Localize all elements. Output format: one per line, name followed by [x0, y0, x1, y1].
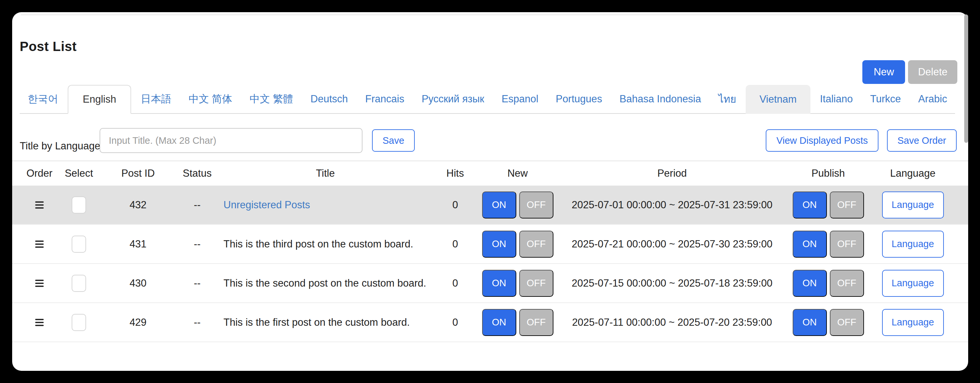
language-tab[interactable]: Italiano: [812, 85, 861, 113]
select-cell: [59, 314, 99, 331]
new-off-button[interactable]: OFF: [519, 231, 554, 258]
new-switch: ONOFF: [477, 231, 559, 258]
language-tabs: 한국어English日本語中文 简体中文 繁體DeutschFrancaisРу…: [20, 85, 955, 114]
publish-off-button[interactable]: OFF: [830, 270, 864, 297]
save-title-button[interactable]: Save: [372, 129, 415, 152]
post-title-link[interactable]: Unregistered Posts: [223, 199, 310, 211]
post-id: 431: [99, 238, 177, 250]
language-tab[interactable]: Portugues: [548, 85, 610, 113]
publish-switch: ONOFF: [786, 231, 871, 258]
title-by-language-label: Title by Language:: [20, 134, 103, 158]
language-button[interactable]: Language: [882, 192, 944, 219]
publish-off-button[interactable]: OFF: [830, 231, 864, 258]
post-id: 429: [99, 316, 177, 329]
drag-handle-icon[interactable]: [35, 319, 44, 326]
new-off-button[interactable]: OFF: [519, 192, 554, 219]
column-header: Period: [559, 168, 786, 179]
language-tab[interactable]: Arabic: [910, 85, 955, 113]
title-input[interactable]: [100, 128, 363, 153]
language-cell: Language: [871, 231, 955, 258]
column-header: Language: [871, 168, 955, 179]
post-id: 432: [99, 199, 177, 211]
publish-on-button[interactable]: ON: [793, 309, 827, 336]
hits-count: 0: [434, 278, 477, 289]
language-cell: Language: [871, 270, 955, 297]
publish-on-button[interactable]: ON: [793, 192, 827, 219]
language-tab[interactable]: 한국어: [20, 85, 66, 113]
column-header: Post ID: [99, 168, 177, 179]
column-header: Hits: [434, 168, 477, 179]
language-tab[interactable]: 中文 繁體: [242, 85, 301, 113]
language-tab[interactable]: Turkce: [862, 85, 909, 113]
title-cell: Unregistered Posts: [217, 199, 434, 211]
period-text: 2025-07-21 00:00:00 ~ 2025-07-30 23:59:0…: [559, 238, 786, 250]
language-button[interactable]: Language: [882, 309, 944, 336]
new-on-button[interactable]: ON: [482, 231, 516, 258]
row-checkbox[interactable]: [72, 314, 86, 331]
new-switch: ONOFF: [477, 192, 559, 219]
new-on-button[interactable]: ON: [482, 192, 516, 219]
language-button[interactable]: Language: [882, 270, 944, 297]
language-tab[interactable]: ไทย: [711, 85, 744, 113]
table-header-row: OrderSelectPost IDStatusTitleHitsNewPeri…: [12, 161, 968, 185]
language-cell: Language: [871, 309, 955, 336]
post-status: --: [177, 238, 217, 250]
language-tab[interactable]: Vietnam: [746, 85, 810, 114]
language-button[interactable]: Language: [882, 231, 944, 258]
language-tab[interactable]: English: [68, 85, 132, 114]
page-title: Post List: [20, 39, 76, 54]
order-cell: [20, 201, 59, 209]
save-order-button[interactable]: Save Order: [887, 129, 957, 152]
new-switch: ONOFF: [477, 270, 559, 297]
table-body: 432--Unregistered Posts0ONOFF2025-07-01 …: [12, 185, 968, 342]
language-cell: Language: [871, 192, 955, 219]
table-row: 429--This is the first post on the custo…: [12, 303, 968, 342]
publish-off-button[interactable]: OFF: [830, 309, 864, 336]
drag-handle-icon[interactable]: [35, 280, 44, 287]
post-id: 430: [99, 278, 177, 289]
delete-button[interactable]: Delete: [908, 60, 957, 84]
post-title: This is the third post on the custom boa…: [223, 238, 413, 250]
language-tab[interactable]: Francais: [357, 85, 412, 113]
post-status: --: [177, 316, 217, 329]
drag-handle-icon[interactable]: [35, 201, 44, 209]
period-text: 2025-07-11 00:00:00 ~ 2025-07-20 23:59:0…: [559, 316, 786, 329]
publish-on-button[interactable]: ON: [793, 231, 827, 258]
title-cell: This is the first post on the custom boa…: [217, 316, 434, 329]
row-checkbox[interactable]: [72, 236, 86, 253]
drag-handle-icon[interactable]: [35, 241, 44, 248]
select-cell: [59, 196, 99, 214]
column-header: Order: [20, 168, 59, 179]
new-button[interactable]: New: [862, 60, 905, 84]
order-cell: [20, 241, 59, 248]
header-actions: New Delete: [862, 60, 957, 84]
new-on-button[interactable]: ON: [482, 270, 516, 297]
select-cell: [59, 236, 99, 253]
table-row: 431--This is the third post on the custo…: [12, 225, 968, 264]
language-tab[interactable]: 中文 简体: [181, 85, 240, 113]
publish-off-button[interactable]: OFF: [830, 192, 864, 219]
new-off-button[interactable]: OFF: [519, 309, 554, 336]
new-on-button[interactable]: ON: [482, 309, 516, 336]
language-tab[interactable]: Espanol: [494, 85, 546, 113]
hits-count: 0: [434, 238, 477, 250]
post-list-panel: Post List New Delete 한국어English日本語中文 简体中…: [12, 12, 968, 371]
row-checkbox[interactable]: [72, 275, 86, 292]
row-checkbox[interactable]: [72, 196, 86, 214]
language-tab[interactable]: Bahasa Indonesia: [612, 85, 709, 113]
publish-switch: ONOFF: [786, 309, 871, 336]
order-cell: [20, 280, 59, 287]
table-row: 430--This is the second post on the cust…: [12, 264, 968, 303]
period-text: 2025-07-01 00:00:00 ~ 2025-07-31 23:59:0…: [559, 199, 786, 211]
column-header: Publish: [786, 168, 871, 179]
column-header: Select: [59, 168, 99, 179]
language-tab[interactable]: Deutsch: [303, 85, 356, 113]
view-displayed-posts-button[interactable]: View Displayed Posts: [766, 129, 878, 152]
language-tab[interactable]: Русский язык: [414, 85, 492, 113]
scrollbar-thumb[interactable]: [964, 14, 968, 143]
column-header: New: [477, 168, 559, 179]
new-switch: ONOFF: [477, 309, 559, 336]
new-off-button[interactable]: OFF: [519, 270, 554, 297]
language-tab[interactable]: 日本語: [133, 85, 179, 113]
publish-on-button[interactable]: ON: [793, 270, 827, 297]
